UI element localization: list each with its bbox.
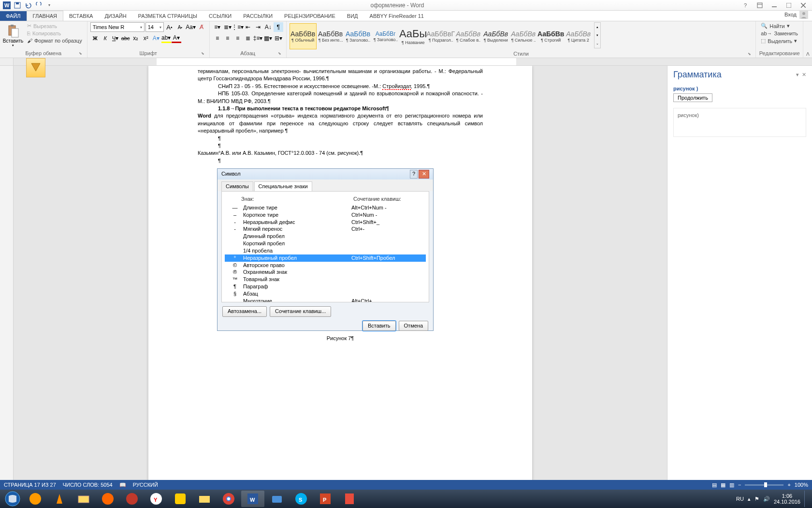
doc-p9[interactable]: ¶ [198, 157, 483, 164]
strike-icon[interactable]: abc [121, 33, 130, 43]
qat-customize-icon[interactable]: ▾ [44, 1, 54, 10]
tb-music-icon[interactable] [169, 491, 192, 507]
zoom-in-icon[interactable]: + [787, 482, 790, 488]
help-icon[interactable]: ? [739, 1, 752, 10]
tab-home[interactable]: ГЛАВНАЯ [27, 11, 63, 21]
tb-camera-icon[interactable] [265, 491, 289, 507]
bold-icon[interactable]: Ж [90, 33, 100, 43]
continue-button[interactable]: Продолжить [673, 93, 712, 102]
zoom-out-icon[interactable]: − [738, 482, 741, 488]
tb-powerpoint-icon[interactable]: P [314, 491, 337, 507]
show-marks-icon[interactable]: ¶ [274, 22, 283, 32]
word-count[interactable]: ЧИСЛО СЛОВ: 5054 [63, 482, 113, 488]
doc-caption[interactable]: Рисунок 7¶ [198, 335, 483, 342]
align-center-icon[interactable]: ≡ [223, 33, 232, 43]
spell-icon[interactable]: 📖 [119, 482, 126, 488]
tray-up-icon[interactable]: ▴ [748, 496, 751, 502]
paste-button[interactable]: Вставить ▾ [3, 22, 23, 50]
indent-dec-icon[interactable]: ⇤ [243, 22, 253, 32]
tb-vlc-icon[interactable] [48, 491, 71, 507]
clear-format-icon[interactable]: A̸ [197, 22, 206, 32]
copy-button[interactable]: ⎘Копировать [25, 30, 84, 37]
style-Выделение[interactable]: АаБбВв¶ Выделение [482, 23, 509, 49]
select-button[interactable]: ⬚Выделить▾ [759, 37, 800, 45]
doc-p3[interactable]: НПБ 105-03. Определение категорий помеще… [198, 90, 483, 105]
subscript-icon[interactable]: x₂ [131, 33, 141, 43]
tb-clock[interactable]: 1:06 24.10.2016 [774, 493, 800, 505]
tab-abbyy[interactable]: ABBYY FineReader 11 [364, 11, 430, 21]
style-Заголово...[interactable]: АаБбВв¶ Заголово... [345, 23, 372, 49]
change-case-icon[interactable]: Aa▾ [186, 22, 196, 32]
paragraph-launcher-icon[interactable]: ⬊ [277, 51, 282, 56]
doc-p1[interactable]: терминалам, персональным электронно- выч… [198, 68, 483, 83]
style-Слабое в...[interactable]: АаБбВв¶ Слабое в... [455, 23, 482, 49]
print-layout-icon[interactable]: ▦ [721, 482, 725, 488]
doc-p7[interactable]: ¶ [198, 142, 483, 149]
signin-link[interactable]: Вход [784, 12, 797, 17]
doc-p2[interactable]: СНиП 23 - 05 - 95. Естественное и искусс… [198, 83, 483, 90]
line-spacing-icon[interactable]: ‡≡▾ [253, 33, 263, 43]
replace-button[interactable]: ab→Заменить [759, 30, 800, 37]
tab-insert[interactable]: ВСТАВКА [63, 11, 99, 21]
highlight-icon[interactable]: ab▾ [161, 33, 171, 43]
tab-layout[interactable]: РАЗМЕТКА СТРАНИЦЫ [132, 11, 203, 21]
zoom-level[interactable]: 100% [795, 482, 808, 488]
italic-icon[interactable]: К [101, 33, 110, 43]
tb-word-icon[interactable]: W [241, 491, 264, 507]
find-button[interactable]: 🔍Найти▾ [759, 22, 800, 30]
doc-p8[interactable]: Казьмин°А.В. или А.В. Казьмин, ГОСТ°12.0… [198, 149, 483, 157]
document-scroll[interactable]: терминалам, персональным электронно- выч… [14, 66, 667, 498]
format-painter-button[interactable]: 🖌Формат по образцу [25, 37, 84, 44]
doc-p6[interactable]: ¶ [198, 135, 483, 142]
show-desktop-button[interactable] [804, 491, 808, 507]
zoom-slider[interactable] [745, 484, 783, 486]
style-Цитата 2[interactable]: АаБбВв¶ Цитата 2 [565, 23, 592, 49]
font-name-combo[interactable]: Times New R▾ [90, 22, 145, 32]
save-icon[interactable] [13, 1, 22, 10]
language-status[interactable]: РУССКИЙ [133, 482, 158, 488]
style-Сильное ...[interactable]: АаБбВв¶ Сильное ... [510, 23, 537, 49]
text-effects-icon[interactable]: A▾ [151, 33, 161, 43]
sort-icon[interactable]: A↓ [263, 22, 273, 32]
font-launcher-icon[interactable]: ⬊ [201, 51, 205, 56]
start-button[interactable] [2, 491, 23, 507]
tb-uc-icon[interactable] [96, 491, 119, 507]
underline-icon[interactable]: Ч▾ [111, 33, 120, 43]
ruler-vertical[interactable] [0, 66, 14, 498]
styles-gallery[interactable]: АаБбВв¶ ОбычныйАаБбВв¶ Без инте...АаБбВв… [290, 22, 592, 50]
shrink-font-icon[interactable]: A▾ [175, 22, 185, 32]
tb-yandex-icon[interactable]: Y [145, 491, 168, 507]
grow-font-icon[interactable]: A▴ [165, 22, 174, 32]
collapse-ribbon-icon[interactable]: ᐱ [806, 51, 810, 57]
doc-p4[interactable]: 1.1.8→При выполнении текста в текстовом … [198, 105, 483, 112]
tb-chrome-icon[interactable] [217, 491, 240, 507]
style-Обычный[interactable]: АаБбВв¶ Обычный [290, 23, 317, 49]
style-Название[interactable]: АаБы¶ Название [400, 23, 427, 49]
word-icon[interactable]: W [2, 1, 12, 10]
office-clipboard-drop-icon[interactable] [26, 58, 45, 77]
web-layout-icon[interactable]: ▥ [729, 482, 734, 488]
numbering-icon[interactable]: ≣▾ [223, 22, 232, 32]
ribbon-options-icon[interactable] [753, 1, 767, 10]
ruler-horizontal[interactable] [0, 58, 812, 66]
tab-file[interactable]: ФАЙЛ [0, 11, 27, 21]
tb-explorer-icon[interactable] [72, 491, 95, 507]
gallery-scroll[interactable]: ▴▾⌄ [594, 22, 601, 48]
align-left-icon[interactable]: ≡ [213, 33, 222, 43]
font-size-combo[interactable]: 14▾ [145, 22, 164, 32]
tab-view[interactable]: ВИД [341, 11, 364, 21]
tab-references[interactable]: ССЫЛКИ [203, 11, 237, 21]
clipboard-launcher-icon[interactable]: ⬊ [78, 51, 83, 56]
multilevel-icon[interactable]: ⋮≡▾ [233, 22, 243, 32]
borders-icon[interactable]: ⊞▾ [274, 33, 283, 43]
shading-icon[interactable]: ▦▾ [263, 33, 273, 43]
tb-explorer2-icon[interactable] [193, 491, 216, 507]
style-Подзагол...[interactable]: АаБбВвГ¶ Подзагол... [427, 23, 454, 49]
tb-pdf-icon[interactable] [338, 491, 361, 507]
pane-subject[interactable]: рисунок ) [673, 86, 806, 91]
style-Заголово...[interactable]: АаБбВг¶ Заголово... [372, 23, 399, 49]
minimize-icon[interactable] [768, 1, 781, 10]
tab-design[interactable]: ДИЗАЙН [99, 11, 132, 21]
superscript-icon[interactable]: x² [141, 33, 151, 43]
tb-aimp-icon[interactable] [24, 491, 47, 507]
